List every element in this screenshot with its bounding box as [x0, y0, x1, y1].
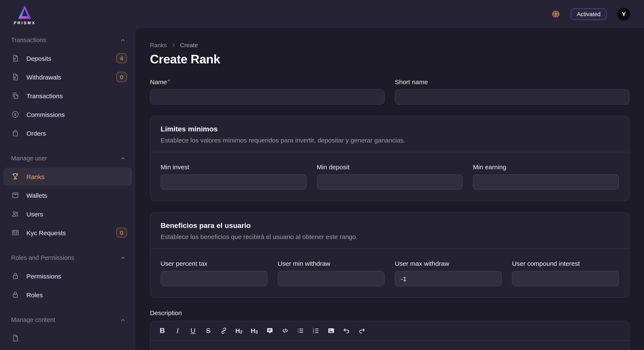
required-asterisk: *	[168, 78, 170, 85]
sidebar-section-manage-content[interactable]: Manage content	[0, 313, 136, 327]
underline-button[interactable]: U	[185, 324, 200, 338]
user-compound-interest-field-group: User compound interest	[512, 260, 619, 286]
chevron-up-icon	[120, 155, 126, 161]
count-badge: 0	[116, 227, 127, 238]
user-compound-interest-label: User compound interest	[512, 260, 619, 267]
bold-button[interactable]: B	[154, 324, 170, 338]
file-dollar-icon: $	[11, 54, 20, 62]
sidebar-item-roles[interactable]: Roles	[4, 286, 132, 304]
svg-text:$: $	[14, 57, 16, 61]
link-button[interactable]	[216, 324, 231, 338]
sidebar-section-transactions[interactable]: Transactions	[0, 33, 136, 47]
sidebar-item-label: Transactions	[26, 92, 63, 99]
section-label: Manage user	[11, 155, 47, 162]
description-editor[interactable]: B I U S H2 H3	[150, 321, 630, 350]
brand-logo[interactable]: PRISMX	[15, 5, 34, 25]
heading3-button[interactable]: H3	[246, 324, 262, 338]
brand-name: PRISMX	[14, 20, 36, 25]
breadcrumb-create: Create	[180, 42, 198, 48]
page-title: Create Rank	[150, 52, 630, 66]
sidebar-item-kyc-requests[interactable]: Kyc Requests 0	[4, 224, 132, 242]
count-badge: 0	[116, 72, 127, 82]
sidebar-item-wallets[interactable]: Wallets	[4, 186, 132, 204]
redo-button[interactable]	[354, 324, 369, 338]
user-compound-interest-input[interactable]	[512, 271, 619, 286]
user-max-withdraw-label: User max withdraw	[395, 260, 502, 267]
min-earning-label: Min earning	[473, 163, 619, 171]
min-deposit-input[interactable]	[317, 174, 462, 190]
description-label: Description	[150, 309, 630, 316]
short-name-input[interactable]	[395, 89, 630, 105]
min-earning-field-group: Min earning	[473, 163, 619, 190]
name-input[interactable]	[150, 89, 384, 105]
id-card-icon	[11, 228, 20, 237]
sidebar-item-partial[interactable]	[4, 329, 132, 347]
user-max-withdraw-field-group: User max withdraw	[395, 260, 502, 286]
limits-card-title: Límites mínimos	[160, 125, 619, 134]
benefits-card-title: Beneficios para el usuario	[160, 222, 619, 230]
activated-button[interactable]: Activated	[571, 8, 606, 20]
bullet-list-icon	[296, 327, 304, 335]
user-max-withdraw-input[interactable]	[395, 271, 502, 286]
svg-text:$: $	[14, 113, 16, 117]
main-content: Ranks Create Create Rank Name* Short nam…	[136, 28, 644, 350]
italic-button[interactable]: I	[170, 324, 185, 338]
name-field-group: Name*	[150, 78, 384, 105]
min-invest-input[interactable]	[160, 174, 306, 190]
user-min-withdraw-label: User min withdraw	[278, 260, 384, 267]
code-button[interactable]	[277, 324, 292, 338]
top-header: PRISMX Activated Y	[0, 0, 644, 28]
min-deposit-label: Min deposit	[317, 163, 462, 171]
benefits-card-subtitle: Establece los beneficios que recibirá el…	[160, 233, 619, 240]
undo-button[interactable]	[338, 324, 354, 338]
heading2-button[interactable]: H2	[231, 324, 246, 338]
editor-toolbar: B I U S H2 H3	[150, 321, 629, 341]
image-button[interactable]	[323, 324, 338, 338]
user-percent-tax-field-group: User percent tax	[160, 260, 268, 286]
sidebar-section-manage-user[interactable]: Manage user	[0, 151, 136, 165]
link-icon	[220, 327, 228, 335]
globe-icon[interactable]	[552, 10, 560, 18]
short-name-field-group: Short name	[395, 78, 630, 105]
sidebar-item-permissions[interactable]: Permissions	[4, 267, 132, 285]
sidebar-item-commissions[interactable]: $ Commissions	[4, 105, 132, 123]
quote-icon	[266, 327, 274, 335]
ordered-list-button[interactable]: 1 2 3	[308, 324, 323, 338]
strikethrough-button[interactable]: S	[200, 324, 216, 338]
editor-content-area[interactable]	[150, 341, 629, 350]
quote-button[interactable]	[262, 324, 277, 338]
bullet-list-button[interactable]	[292, 324, 308, 338]
chevron-up-icon	[120, 255, 126, 261]
sidebar-item-withdrawals[interactable]: Withdrawals 0	[4, 68, 132, 86]
sidebar-item-ranks[interactable]: Ranks	[4, 168, 132, 185]
avatar[interactable]: Y	[617, 7, 630, 21]
sidebar-item-label: Wallets	[26, 191, 47, 199]
wallet-icon	[11, 191, 20, 199]
benefits-card: Beneficios para el usuario Establece los…	[150, 212, 630, 298]
sidebar-item-orders[interactable]: Orders	[4, 124, 132, 142]
user-percent-tax-input[interactable]	[160, 271, 268, 286]
svg-text:3: 3	[313, 332, 314, 334]
sidebar-item-deposits[interactable]: $ Deposits 4	[4, 49, 132, 67]
limits-card-subtitle: Establece los valores mínimos requeridos…	[160, 137, 619, 144]
undo-icon	[342, 327, 350, 335]
sidebar-section-roles-permissions[interactable]: Roles and Permissions	[0, 251, 136, 265]
user-min-withdraw-input[interactable]	[278, 271, 384, 286]
sidebar-item-label: Permissions	[26, 272, 61, 280]
sidebar-item-label: Kyc Requests	[26, 229, 66, 236]
users-icon	[11, 210, 20, 218]
limits-card: Límites mínimos Establece los valores mí…	[150, 116, 630, 201]
min-deposit-field-group: Min deposit	[317, 163, 462, 190]
breadcrumb-ranks[interactable]: Ranks	[150, 42, 167, 48]
sidebar-item-label: Ranks	[26, 173, 44, 180]
chevron-up-icon	[120, 317, 126, 323]
min-earning-input[interactable]	[473, 174, 619, 190]
user-min-withdraw-field-group: User min withdraw	[278, 260, 384, 286]
sidebar-item-label: Commissions	[26, 111, 65, 118]
sidebar-item-users[interactable]: Users	[4, 205, 132, 223]
sidebar: Transactions $ Deposits 4 With	[0, 28, 136, 350]
name-label: Name*	[150, 78, 384, 85]
sidebar-item-transactions[interactable]: Transactions	[4, 87, 132, 105]
user-percent-tax-label: User percent tax	[160, 260, 268, 267]
app-window: PRISMX Activated Y Transactions	[0, 0, 644, 350]
